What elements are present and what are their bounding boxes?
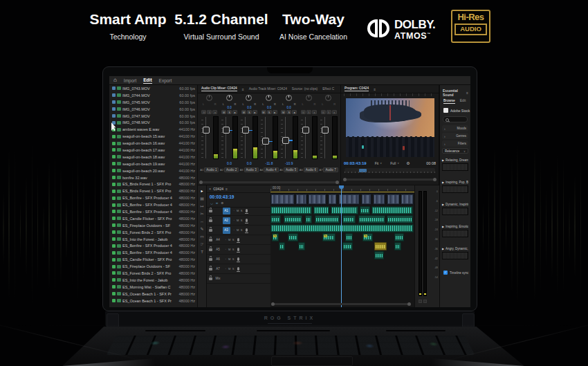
solo-button[interactable]: S xyxy=(241,219,243,222)
pan-knob[interactable] xyxy=(325,95,331,101)
lock-icon[interactable] xyxy=(209,248,212,251)
snap-icon[interactable]: ◡ xyxy=(210,202,213,205)
mic-icon[interactable] xyxy=(246,219,248,222)
timeline-clip[interactable] xyxy=(284,215,302,223)
essential-section-genres[interactable]: › Genres xyxy=(442,133,468,139)
mic-icon[interactable] xyxy=(237,267,239,271)
gain-value[interactable]: 0.0 xyxy=(239,161,259,165)
wrench-icon[interactable]: ⚙ xyxy=(406,161,410,165)
project-row[interactable]: IMG_0743.MOV 60.00 fps xyxy=(109,85,197,92)
project-row[interactable]: IMG_0744.MOV 60.00 fps xyxy=(109,92,197,99)
timeline-clip[interactable] xyxy=(270,194,295,205)
record-arm-button[interactable]: ● xyxy=(273,110,277,114)
solo-button[interactable]: S xyxy=(327,110,331,114)
linked-selection-icon[interactable]: ∞ xyxy=(216,202,218,205)
pan-knob[interactable] xyxy=(286,95,292,101)
project-row[interactable]: IMG_0747.MOV 60.00 fps xyxy=(109,113,197,120)
audio-preview-item[interactable]: ▶Inspiring, Emotion xyxy=(442,225,468,244)
timeline-clip[interactable] xyxy=(295,194,307,205)
meter-solo-left[interactable] xyxy=(419,300,422,303)
record-arm-button[interactable]: ● xyxy=(212,110,217,114)
fader-handle[interactable] xyxy=(282,137,289,144)
playhead[interactable] xyxy=(341,185,342,307)
mute-button[interactable]: M xyxy=(201,110,206,114)
track-id[interactable]: A7 xyxy=(214,266,222,273)
mute-button[interactable]: M xyxy=(228,238,230,241)
solo-button[interactable]: S xyxy=(267,110,272,114)
timeline-clip[interactable] xyxy=(373,194,386,205)
track-header-row[interactable]: A3 → M S xyxy=(207,226,270,235)
pan-value[interactable]: 0.0 xyxy=(259,106,279,109)
rectangle-tool[interactable]: ▭ xyxy=(200,235,204,239)
lock-icon[interactable] xyxy=(209,210,212,212)
selection-tool[interactable]: ▸ xyxy=(201,189,203,193)
tab-browse[interactable]: Browse xyxy=(443,98,455,104)
program-scrollbar[interactable] xyxy=(344,179,435,181)
slip-tool[interactable]: ↔ xyxy=(200,219,204,223)
pan-knob[interactable] xyxy=(266,95,272,101)
track-header-row[interactable]: A7 → M S xyxy=(207,264,270,274)
timeline-clip[interactable] xyxy=(401,194,414,205)
track-id[interactable]: A6 xyxy=(214,256,222,263)
project-row[interactable]: ES_Forest Birds 2 - SFX Pro 48000 Hz xyxy=(109,270,197,277)
source-patch-icon[interactable]: → xyxy=(223,257,227,261)
lock-icon[interactable] xyxy=(209,268,212,271)
mute-button[interactable]: M xyxy=(228,267,230,271)
mixer-scrollbar[interactable] xyxy=(201,181,338,183)
project-row[interactable]: seagull-on-beach 17.wav 44100 Hz xyxy=(109,147,197,154)
track-name[interactable]: Audio 4 xyxy=(264,167,278,172)
fader-handle[interactable] xyxy=(203,127,210,134)
fader-handle[interactable] xyxy=(302,127,309,134)
record-arm-button[interactable]: ● xyxy=(312,110,317,114)
panel-menu-icon[interactable]: ≡ xyxy=(242,87,244,91)
track-name[interactable]: Audio 1 xyxy=(204,167,219,172)
solo-button[interactable]: S xyxy=(232,238,235,241)
project-row[interactable]: ES_Fireplace Outdoors - SF 48000 Hz xyxy=(109,263,197,270)
track-header-row[interactable]: Mix → M S xyxy=(207,274,270,284)
project-row[interactable]: IMG_0746.MOV 60.00 fps xyxy=(109,106,197,113)
timeline-clip[interactable] xyxy=(298,242,305,250)
lock-icon[interactable] xyxy=(209,229,212,232)
project-row[interactable]: ambient waves E.wav 44100 Hz xyxy=(109,126,197,133)
audio-preview-item[interactable]: ▶Dynamic, Inspiring xyxy=(442,203,468,222)
pan-value[interactable]: 0.0 xyxy=(279,106,299,109)
timeline-clip[interactable] xyxy=(315,215,339,223)
nav-item-import[interactable]: Import xyxy=(124,78,136,83)
solo-button[interactable]: S xyxy=(306,110,311,114)
solo-button[interactable]: S xyxy=(286,110,291,114)
play-icon[interactable]: ▶ xyxy=(442,225,444,228)
timeline-clip[interactable]: fx xyxy=(272,233,279,241)
track-select-tool[interactable]: ▤ xyxy=(200,196,204,201)
play-icon[interactable]: ▶ xyxy=(442,158,444,162)
mute-button[interactable]: M xyxy=(237,228,239,232)
track-id[interactable]: A2 xyxy=(223,217,230,224)
tab-sequence[interactable]: C0424 xyxy=(213,187,223,191)
playhead-cap[interactable] xyxy=(339,185,344,189)
play-icon[interactable]: ▶ xyxy=(442,247,444,250)
pan-value[interactable]: 0.0 xyxy=(220,106,239,109)
timeline-clip[interactable] xyxy=(328,194,336,205)
mute-button[interactable]: M xyxy=(237,219,239,222)
project-row[interactable]: ES_Bonfire - SFX Producer 4 48000 Hz xyxy=(109,249,197,256)
timeline-clip[interactable] xyxy=(270,215,281,223)
fader-handle[interactable] xyxy=(262,138,269,145)
timeline-clip[interactable]: fx xyxy=(322,233,336,241)
timeline-timecode[interactable]: 00:03:43:19 xyxy=(210,194,234,199)
project-row[interactable]: seagull-on-beach 16.wav 44100 Hz xyxy=(109,140,197,147)
scrubber-handle[interactable] xyxy=(359,169,367,172)
timeline-clip[interactable] xyxy=(279,242,284,250)
record-arm-button[interactable]: ● xyxy=(292,110,297,114)
project-row[interactable]: ES_Bonfire - SFX Producer 4 48000 Hz xyxy=(109,242,197,249)
fader-handle[interactable] xyxy=(322,127,329,134)
timeline-clip[interactable] xyxy=(360,206,370,214)
timeline-clip[interactable] xyxy=(361,194,371,205)
timeline-clip[interactable] xyxy=(374,251,385,259)
timeline-scrollbar[interactable] xyxy=(273,303,410,305)
solo-button[interactable]: S xyxy=(241,228,243,232)
timeline-clip[interactable] xyxy=(374,242,387,250)
search-input[interactable] xyxy=(443,116,468,122)
source-patch-icon[interactable]: → xyxy=(223,238,227,241)
play-icon[interactable]: ▶ xyxy=(442,181,444,184)
close-icon[interactable]: × xyxy=(209,187,211,191)
project-row[interactable]: ES_Bonfire - SFX Producer 4 48000 Hz xyxy=(109,194,197,201)
